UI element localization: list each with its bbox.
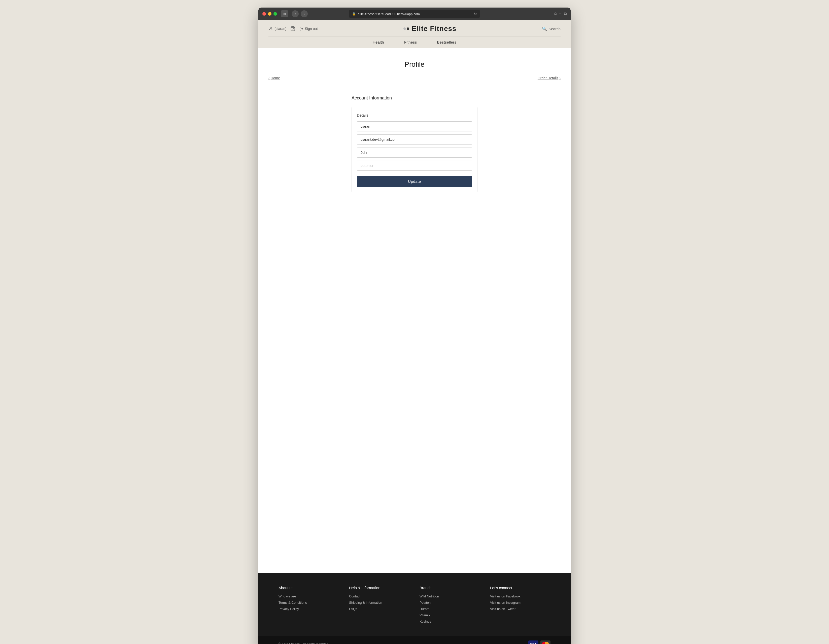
logo-dot-dark <box>407 27 409 30</box>
header-left: (ciaran) <box>268 26 318 31</box>
user-info[interactable]: (ciaran) <box>268 27 286 31</box>
browser-titlebar: ⊞ ‹ › 🔒 elite-fitness-f6b7c0ead930.herok… <box>258 8 571 20</box>
svg-point-0 <box>270 27 271 29</box>
footer-col-help: Help & Information Contact Shipping & In… <box>349 586 410 626</box>
browser-actions: ⎙ + ⧉ <box>554 12 567 16</box>
footer-terms[interactable]: Terms & Conditions <box>279 601 339 605</box>
main-content: Profile ‹ Home Order Details › Account I… <box>258 48 571 573</box>
lock-icon: 🔒 <box>352 12 356 16</box>
form-card: Details Update <box>351 107 478 192</box>
mc-circle-right <box>545 642 549 644</box>
footer-help-title: Help & Information <box>349 586 410 590</box>
maximize-button[interactable] <box>273 12 277 16</box>
logo-dots <box>403 27 409 30</box>
footer-vitamix[interactable]: Vitamix <box>419 613 480 617</box>
visa-icon: VISA <box>528 641 538 644</box>
footer-facebook[interactable]: Visit us on Facebook <box>490 594 550 598</box>
footer-bottom: © Elite Fitness | All rights reserved VI… <box>258 636 571 644</box>
site-wrapper: (ciaran) <box>258 20 571 644</box>
home-breadcrumb[interactable]: ‹ Home <box>268 76 280 80</box>
page-title: Profile <box>268 60 561 68</box>
email-input[interactable] <box>357 134 472 145</box>
mastercard-icon <box>541 641 550 644</box>
footer-connect-title: Let's connect <box>490 586 550 590</box>
logo-text: Elite Fitness <box>412 25 457 33</box>
site-logo[interactable]: Elite Fitness <box>403 25 457 33</box>
form-section-label: Details <box>357 113 472 117</box>
share-button[interactable]: ⎙ <box>554 12 556 16</box>
chevron-right-icon: › <box>559 76 561 80</box>
forward-button[interactable]: › <box>301 10 308 17</box>
footer-instagram[interactable]: Visit us on Instagram <box>490 601 550 605</box>
nav-fitness[interactable]: Fitness <box>404 40 417 44</box>
user-icon <box>268 27 273 31</box>
footer-col-brands: Brands Wild Nutrition Pelaton Hurom Vita… <box>419 586 480 626</box>
footer-privacy[interactable]: Privacy Policy <box>279 607 339 611</box>
cart-icon <box>290 26 295 31</box>
footer-who-we-are[interactable]: Who we are <box>279 594 339 598</box>
logo-dot-light <box>403 27 406 30</box>
site-header: (ciaran) <box>258 20 571 48</box>
home-link-text: Home <box>271 76 280 80</box>
reload-button[interactable]: ↻ <box>474 12 477 16</box>
order-details-text: Order Details <box>537 76 558 80</box>
footer-faqs[interactable]: FAQs <box>349 607 410 611</box>
search-area[interactable]: 🔍 Search <box>542 27 561 31</box>
nav-bestsellers[interactable]: Bestsellers <box>437 40 456 44</box>
chevron-left-icon: ‹ <box>268 76 270 80</box>
update-button[interactable]: Update <box>357 176 472 187</box>
footer-kuvings[interactable]: Kuvings <box>419 620 480 624</box>
site-nav: Health Fitness Bestsellers <box>268 36 561 48</box>
header-top: (ciaran) <box>268 20 561 36</box>
section-divider <box>268 85 561 85</box>
cart-button[interactable] <box>290 26 295 31</box>
footer-grid: About us Who we are Terms & Conditions P… <box>279 586 550 626</box>
payment-icons: VISA <box>528 641 550 644</box>
last-name-input[interactable] <box>357 161 472 171</box>
address-bar[interactable]: 🔒 elite-fitness-f6b7c0ead930.herokuapp.c… <box>349 10 480 18</box>
browser-tab-area: ⊞ ‹ › <box>281 10 308 17</box>
minimize-button[interactable] <box>268 12 271 16</box>
sign-out-icon <box>299 27 303 31</box>
browser-window: ⊞ ‹ › 🔒 elite-fitness-f6b7c0ead930.herok… <box>258 8 571 644</box>
footer-hurom[interactable]: Hurom <box>419 607 480 611</box>
username-label: (ciaran) <box>274 27 286 31</box>
username-input[interactable] <box>357 121 472 131</box>
tab-overview-button[interactable]: ⧉ <box>564 12 567 16</box>
footer-col-connect: Let's connect Visit us on Facebook Visit… <box>490 586 550 626</box>
account-section: Account Information Details Update <box>351 95 478 192</box>
nav-health[interactable]: Health <box>373 40 384 44</box>
first-name-input[interactable] <box>357 148 472 157</box>
tab-switcher-icon[interactable]: ⊞ <box>281 10 288 17</box>
browser-nav: ‹ › <box>292 10 308 17</box>
account-title: Account Information <box>351 95 478 101</box>
footer-about-title: About us <box>279 586 339 590</box>
footer-twitter[interactable]: Visit us on Twitter <box>490 607 550 611</box>
copyright-text: © Elite Fitness | All rights reserved <box>279 642 328 644</box>
url-text: elite-fitness-f6b7c0ead930.herokuapp.com <box>358 12 472 16</box>
order-details-link[interactable]: Order Details › <box>537 76 561 80</box>
footer-brands-title: Brands <box>419 586 480 590</box>
breadcrumb-row: ‹ Home Order Details › <box>268 76 561 80</box>
footer-contact[interactable]: Contact <box>349 594 410 598</box>
back-button[interactable]: ‹ <box>292 10 299 17</box>
footer-shipping[interactable]: Shipping & Information <box>349 601 410 605</box>
search-label: Search <box>548 27 561 31</box>
search-icon: 🔍 <box>542 27 547 31</box>
close-button[interactable] <box>262 12 266 16</box>
sign-out-label: Sign out <box>305 27 318 31</box>
sign-out-button[interactable]: Sign out <box>299 27 318 31</box>
traffic-lights <box>262 12 277 16</box>
footer-pelaton[interactable]: Pelaton <box>419 601 480 605</box>
footer-wild-nutrition[interactable]: Wild Nutrition <box>419 594 480 598</box>
footer-col-about: About us Who we are Terms & Conditions P… <box>279 586 339 626</box>
site-footer: About us Who we are Terms & Conditions P… <box>258 573 571 644</box>
new-tab-button[interactable]: + <box>559 12 561 16</box>
